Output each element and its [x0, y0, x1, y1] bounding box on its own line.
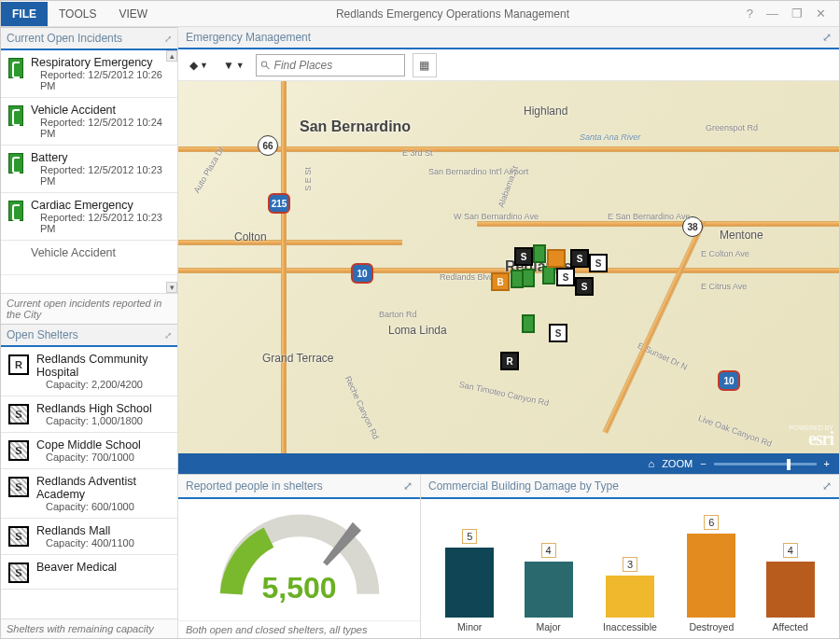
- street-label: Barton Rd: [379, 310, 417, 319]
- map-marker[interactable]: [522, 269, 535, 287]
- shelter-icon: S: [8, 477, 29, 497]
- map-marker[interactable]: S: [514, 247, 533, 266]
- menu-view[interactable]: VIEW: [107, 2, 159, 26]
- bar-group: 6Destroyed: [687, 515, 735, 632]
- shelter-capacity: Capacity: 600/1000: [36, 501, 170, 512]
- scroll-up-icon[interactable]: ▴: [166, 50, 177, 62]
- expand-icon[interactable]: ⤢: [822, 31, 832, 44]
- basemap-button[interactable]: ▦: [413, 53, 437, 77]
- street-label: E Colton Ave: [701, 249, 749, 258]
- bar-group: 4Affected: [766, 543, 815, 632]
- gauge-value: 5,500: [211, 571, 388, 605]
- street-label: Auto Plaza Dr: [192, 145, 226, 194]
- map-marker[interactable]: [547, 249, 566, 268]
- map-marker[interactable]: S: [570, 249, 589, 268]
- app-titlebar: FILE TOOLS VIEW Redlands Emergency Opera…: [1, 1, 839, 27]
- incident-title: Vehicle Accident: [31, 104, 170, 117]
- incidents-footer: Current open incidents reported in the C…: [1, 293, 177, 324]
- expand-icon[interactable]: ⤢: [822, 479, 832, 493]
- incident-icon: [8, 105, 23, 126]
- shelter-item[interactable]: R Redlands Community HospitalCapacity: 2…: [1, 347, 177, 396]
- incidents-header: Current Open Incidents ⤢: [1, 27, 177, 50]
- bar-group: 5Minor: [445, 529, 494, 632]
- bar-value: 3: [623, 557, 637, 572]
- map-canvas[interactable]: 215 10 10 66 38 San Bernardino Highland …: [178, 81, 839, 453]
- gauge-footer: Both open and closed shelters, all types: [178, 620, 420, 638]
- street-label: W San Bernardino Ave: [454, 212, 539, 221]
- home-icon[interactable]: ⌂: [648, 458, 654, 469]
- map-marker[interactable]: R: [500, 352, 519, 370]
- route-shield: 66: [258, 135, 278, 156]
- menu-file[interactable]: FILE: [1, 2, 48, 26]
- incident-item[interactable]: BatteryReported: 12/5/2012 10:23 PM: [1, 146, 177, 193]
- zoom-out-icon[interactable]: −: [700, 458, 706, 469]
- shelter-icon: S: [8, 404, 29, 424]
- map-marker[interactable]: [522, 314, 535, 333]
- layers-dropdown[interactable]: ◆▼: [186, 59, 212, 72]
- zoom-slider[interactable]: [714, 463, 817, 465]
- map-marker[interactable]: [533, 244, 546, 263]
- minimize-icon[interactable]: —: [766, 7, 778, 21]
- close-icon[interactable]: ✕: [816, 7, 826, 21]
- incidents-list: ▴ Respiratory Emergency Reported: 12/5/2…: [1, 50, 177, 293]
- main-area: Emergency Management ⤢ ◆▼ ▼▼ ▦: [178, 27, 839, 638]
- map-marker[interactable]: S: [575, 277, 594, 296]
- scroll-down-icon[interactable]: ▾: [166, 282, 177, 293]
- highway-shield: 10: [718, 370, 740, 391]
- shelter-capacity: Capacity: 700/1000: [36, 451, 170, 463]
- bar-category: Destroyed: [689, 621, 734, 632]
- shelter-item[interactable]: S Redlands High SchoolCapacity: 1,000/18…: [1, 396, 177, 433]
- bar: [525, 562, 573, 618]
- help-icon[interactable]: ?: [747, 7, 753, 21]
- incident-icon: [8, 58, 23, 78]
- maximize-icon[interactable]: ❐: [791, 7, 803, 21]
- street-label: Reche Canyon Rd: [343, 375, 381, 441]
- incident-item[interactable]: Vehicle AccidentReported: 12/5/2012 10:2…: [1, 98, 177, 146]
- shelter-item[interactable]: S Cope Middle SchoolCapacity: 700/1000: [1, 433, 177, 469]
- incident-item[interactable]: Respiratory Emergency Reported: 12/5/201…: [1, 50, 177, 98]
- shelter-item[interactable]: S Beaver Medical: [1, 555, 177, 590]
- bar-group: 4Major: [525, 543, 573, 632]
- city-label: Colton: [234, 230, 267, 243]
- highway-shield: 215: [268, 193, 290, 214]
- map-marker[interactable]: S: [589, 254, 608, 272]
- zoom-label: ZOOM: [662, 458, 693, 469]
- city-label: Mentone: [720, 229, 763, 242]
- shelters-title: Open Shelters: [7, 328, 78, 341]
- map-title: Emergency Management: [186, 31, 311, 44]
- search-field[interactable]: [274, 59, 400, 72]
- shelter-icon: R: [8, 354, 29, 375]
- incident-reported: Reported: 12/5/2012 10:23 PM: [31, 164, 170, 187]
- map-marker[interactable]: S: [556, 268, 575, 286]
- gauge-title: Reported people in shelters: [186, 479, 323, 493]
- gauge-panel: Reported people in shelters⤢ 5,500 Both …: [178, 475, 421, 638]
- river-label: Santa Ana River: [580, 132, 640, 142]
- shelter-item[interactable]: S Redlands MallCapacity: 400/1100: [1, 519, 177, 555]
- shelters-header: Open Shelters ⤢: [1, 324, 177, 347]
- incident-item[interactable]: Vehicle Accident: [1, 241, 177, 275]
- map-marker[interactable]: B: [491, 272, 510, 291]
- expand-icon[interactable]: ⤢: [164, 34, 172, 44]
- incident-title: Respiratory Emergency: [31, 56, 170, 69]
- expand-icon[interactable]: ⤢: [164, 330, 172, 340]
- incident-item[interactable]: Cardiac EmergencyReported: 12/5/2012 10:…: [1, 193, 177, 241]
- esri-logo: esri: [808, 428, 833, 450]
- menu-tools[interactable]: TOOLS: [48, 2, 107, 26]
- filter-dropdown[interactable]: ▼▼: [219, 59, 248, 72]
- street-label: E 3rd St: [402, 148, 433, 158]
- filter-icon: ▼: [223, 59, 234, 72]
- map-marker[interactable]: S: [549, 324, 567, 342]
- shelter-item[interactable]: S Redlands Adventist AcademyCapacity: 60…: [1, 469, 177, 519]
- bar-category: Major: [537, 621, 561, 632]
- expand-icon[interactable]: ⤢: [403, 479, 413, 493]
- svg-point-0: [261, 61, 266, 65]
- incident-reported: Reported: 12/5/2012 10:26 PM: [31, 69, 170, 91]
- search-input[interactable]: [256, 54, 405, 76]
- shelter-capacity: Capacity: 400/1100: [36, 537, 170, 549]
- incident-icon: [8, 153, 23, 174]
- bar: [606, 576, 654, 618]
- map-marker[interactable]: [542, 266, 555, 285]
- zoom-in-icon[interactable]: +: [824, 458, 830, 469]
- bar-value: 5: [462, 529, 477, 544]
- map-toolbar: ◆▼ ▼▼ ▦: [178, 49, 839, 81]
